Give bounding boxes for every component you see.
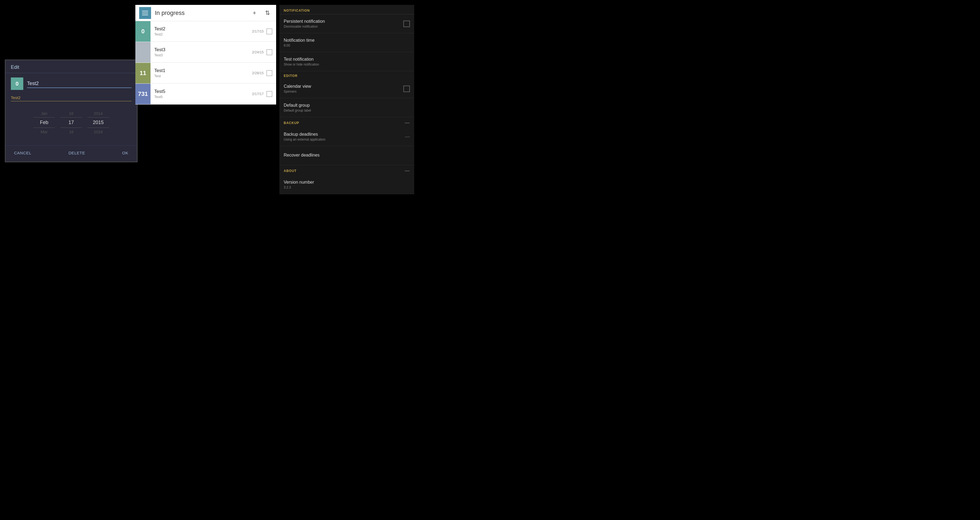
test-notification-title: Test notification [284, 57, 410, 62]
calendar-view-title: Calendar view [284, 84, 403, 89]
month-below: Mar [33, 128, 55, 136]
backup-deadlines-title: Backup deadlines [284, 132, 405, 137]
task-item-3[interactable]: 731 Test5 Test5 2/17/17 [135, 84, 276, 104]
settings-item-version[interactable]: Version number 3.2.3 [279, 175, 414, 194]
settings-item-test-notification[interactable]: Test notification Show or hide notificat… [279, 52, 414, 71]
task-info-3: Test5 Test5 [151, 86, 252, 102]
task-date-2: 2/28/15 [252, 71, 264, 75]
year-selected: 2015 [88, 117, 109, 128]
section-header-backup: BACKUP — [279, 117, 414, 127]
settings-item-text-test-notif: Test notification Show or hide notificat… [284, 57, 410, 66]
task-title-2: Test1 [154, 68, 248, 73]
delete-button[interactable]: Delete [65, 148, 88, 157]
backup-deadlines-subtitle: Using an external application [284, 137, 405, 141]
task-info-2: Test1 Test [151, 65, 252, 81]
test-notification-subtitle: Show or hide notification [284, 62, 410, 66]
section-header-editor: EDITOR [279, 71, 414, 79]
hamburger-line-1 [142, 11, 148, 11]
date-picker: Jan Feb Mar 16 17 18 2014 2015 2016 [11, 107, 132, 141]
task-item-1[interactable]: Test3 Test3 2/24/15 [135, 42, 276, 62]
task-item-0[interactable]: 0 Test2 Test2 2/17/15 [135, 21, 276, 42]
hamburger-line-3 [142, 14, 148, 15]
about-collapse-icon: — [405, 168, 410, 174]
task-header: In progress + ⇅ [135, 5, 276, 21]
task-badge-2: 11 [135, 63, 151, 83]
task-title-0: Test2 [154, 26, 248, 32]
task-title-1: Test3 [154, 47, 248, 53]
task-subtitle-3: Test5 [154, 95, 248, 99]
year-below: 2016 [88, 128, 109, 136]
day-above: 16 [60, 109, 82, 117]
task-list-title: In progress [155, 10, 250, 16]
editor-label: EDITOR [284, 74, 298, 78]
settings-item-default-group[interactable]: Default group Default group label [279, 98, 414, 117]
section-header-about: ABOUT — [279, 165, 414, 175]
task-info-1: Test3 Test3 [151, 45, 252, 60]
backup-collapse-icon: — [405, 120, 410, 126]
edit-dialog: Edit 0 Jan Feb Mar 16 17 18 2014 2015 20… [5, 60, 137, 162]
persistent-notification-title: Persistent notification [284, 19, 403, 24]
task-badge-0: 0 [135, 21, 151, 42]
task-date-1: 2/24/15 [252, 50, 264, 54]
default-group-title: Default group [284, 103, 410, 108]
task-checkbox-2[interactable] [266, 70, 272, 76]
task-subtitle-2: Test [154, 74, 248, 78]
task-title-3: Test5 [154, 89, 248, 94]
persistent-notification-checkbox[interactable] [403, 21, 410, 27]
day-spinner[interactable]: 16 17 18 [60, 109, 82, 136]
about-label: ABOUT [284, 169, 297, 173]
calendar-view-subtitle: Spinners [284, 89, 403, 93]
month-above: Jan [33, 109, 55, 117]
notification-time-title: Notification time [284, 38, 410, 43]
ok-button[interactable]: OK [119, 148, 132, 157]
month-spinner[interactable]: Jan Feb Mar [33, 109, 55, 136]
task-checkbox-0[interactable] [266, 29, 272, 34]
settings-item-notification-time[interactable]: Notification time 8:00 [279, 33, 414, 52]
backup-label: BACKUP [284, 121, 299, 125]
add-task-button[interactable]: + [250, 8, 259, 18]
settings-item-text-persistent: Persistent notification Dismissable noti… [284, 19, 403, 29]
default-group-subtitle: Default group label [284, 108, 410, 112]
settings-item-text-default-group: Default group Default group label [284, 103, 410, 112]
task-badge-1 [135, 42, 151, 62]
settings-item-text-version: Version number 3.2.3 [284, 180, 410, 189]
task-panel: In progress + ⇅ 0 Test2 Test2 2/17/15 Te… [135, 5, 276, 105]
day-selected: 17 [60, 117, 82, 128]
hamburger-line-2 [142, 13, 148, 13]
version-number-title: Version number [284, 180, 410, 185]
task-subtitle-0: Test2 [154, 32, 248, 36]
settings-item-recover-deadlines[interactable]: Recover deadlines [279, 146, 414, 165]
persistent-notification-subtitle: Dismissable notification [284, 25, 403, 29]
hamburger-menu-button[interactable] [139, 7, 151, 19]
settings-item-persistent-notification[interactable]: Persistent notification Dismissable noti… [279, 14, 414, 33]
settings-item-backup-deadlines[interactable]: Backup deadlines Using an external appli… [279, 127, 414, 146]
version-number-subtitle: 3.2.3 [284, 185, 410, 189]
settings-item-calendar-view[interactable]: Calendar view Spinners [279, 79, 414, 98]
settings-panel: NOTIFICATION Persistent notification Dis… [279, 5, 414, 194]
filter-button[interactable]: ⇅ [262, 8, 272, 18]
edit-subtitle-input[interactable] [11, 94, 132, 101]
header-icons: + ⇅ [250, 8, 272, 18]
task-subtitle-1: Test3 [154, 53, 248, 57]
task-date-0: 2/17/15 [252, 29, 264, 33]
task-checkbox-1[interactable] [266, 49, 272, 55]
edit-task-badge: 0 [11, 77, 23, 90]
task-item-2[interactable]: 11 Test1 Test 2/28/15 [135, 63, 276, 83]
settings-item-text-notif-time: Notification time 8:00 [284, 38, 410, 48]
task-checkbox-3[interactable] [266, 91, 272, 97]
section-header-notification: NOTIFICATION [279, 5, 414, 14]
settings-item-text-calendar: Calendar view Spinners [284, 84, 403, 93]
backup-deadlines-icon: — [405, 134, 410, 139]
recover-deadlines-title: Recover deadlines [284, 153, 410, 158]
calendar-view-checkbox[interactable] [403, 86, 410, 92]
task-info-0: Test2 Test2 [151, 24, 252, 39]
notification-time-subtitle: 8:00 [284, 44, 410, 48]
month-selected: Feb [33, 117, 55, 128]
settings-item-text-recover: Recover deadlines [284, 153, 410, 158]
edit-title-input[interactable] [27, 80, 132, 88]
edit-dialog-title: Edit [5, 60, 137, 73]
cancel-button[interactable]: Cancel [11, 148, 35, 157]
settings-item-text-backup: Backup deadlines Using an external appli… [284, 132, 405, 141]
year-spinner[interactable]: 2014 2015 2016 [88, 109, 109, 136]
year-above: 2014 [88, 109, 109, 117]
